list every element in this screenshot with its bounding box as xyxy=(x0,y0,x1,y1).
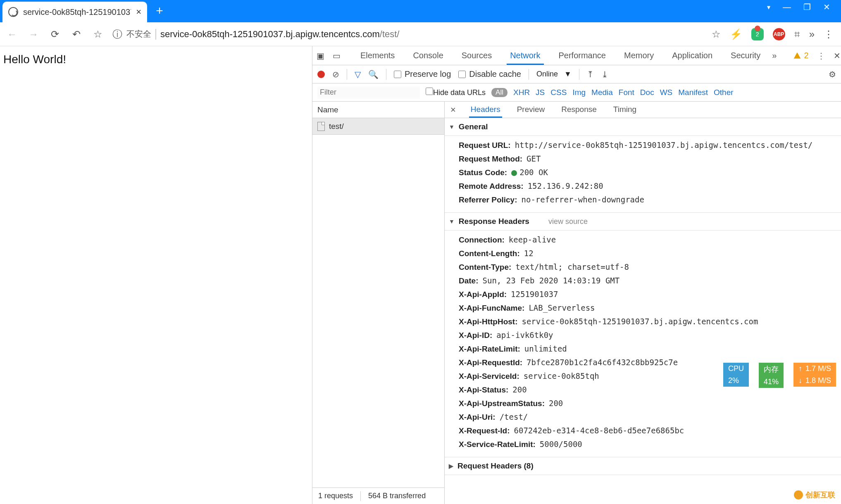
omnibox[interactable]: ⓘ 不安全 service-0ok85tqh-1251901037.bj.api… xyxy=(112,25,704,43)
section-general[interactable]: ▼General xyxy=(445,118,841,136)
header-value: 200 xyxy=(549,399,563,408)
name-column-header[interactable]: Name xyxy=(312,102,444,118)
header-key: X-Api-HttpHost: xyxy=(459,317,517,326)
kebab-menu-icon[interactable]: ⋮ xyxy=(824,29,834,40)
request-detail: × HeadersPreviewResponseTiming ▼GeneralR… xyxy=(445,102,841,504)
new-tab-button[interactable]: + xyxy=(151,2,168,19)
net-down: ↓1.8 M/S xyxy=(793,375,836,387)
request-name: test/ xyxy=(329,122,344,131)
tab-close-icon[interactable]: × xyxy=(136,7,141,17)
url-text: service-0ok85tqh-1251901037.bj.apigw.ten… xyxy=(160,29,399,40)
detail-tab-response[interactable]: Response xyxy=(560,102,598,118)
type-doc[interactable]: Doc xyxy=(640,88,654,97)
request-row[interactable]: test/ xyxy=(312,118,444,135)
panel-tab-elements[interactable]: Elements xyxy=(357,47,398,65)
close-window-icon[interactable]: ✕ xyxy=(823,2,830,12)
section-response-headers[interactable]: ▼Response Headersview source xyxy=(445,213,841,231)
panel-tab-application[interactable]: Application xyxy=(669,47,716,65)
panel-tab-console[interactable]: Console xyxy=(410,47,446,65)
clear-icon[interactable]: ⊘ xyxy=(332,69,339,79)
screenshot-icon[interactable]: ⌗ xyxy=(794,29,800,40)
panel-tab-performance[interactable]: Performance xyxy=(555,47,610,65)
header-row: Request URL:http://service-0ok85tqh-1251… xyxy=(459,138,841,152)
devtools-menu-icon[interactable]: ⋮ xyxy=(817,51,825,61)
settings-gear-icon[interactable]: ⚙ xyxy=(829,69,836,79)
header-key: X-Api-FuncName: xyxy=(459,304,524,313)
back-icon[interactable]: ← xyxy=(5,27,19,41)
insecure-label: 不安全 xyxy=(126,29,151,40)
devtools-close-icon[interactable]: ✕ xyxy=(834,51,841,61)
upload-har-icon[interactable]: ⤒ xyxy=(587,69,594,79)
warning-badge[interactable]: 2 xyxy=(793,51,808,60)
header-key: X-Api-AppId: xyxy=(459,290,507,299)
url-host: service-0ok85tqh-1251901037.bj.apigw.ten… xyxy=(160,29,380,39)
type-manifest[interactable]: Manifest xyxy=(678,88,708,97)
net-up: ↑1.7 M/S xyxy=(793,363,836,375)
info-icon[interactable]: ⓘ xyxy=(112,28,122,41)
inspect-element-icon[interactable]: ▣ xyxy=(317,51,324,61)
extension-badge[interactable]: 2 xyxy=(751,28,764,40)
type-xhr[interactable]: XHR xyxy=(513,88,530,97)
browser-tab[interactable]: service-0ok85tqh-1251901037 × xyxy=(2,2,147,22)
header-key: Status Code: xyxy=(459,168,507,177)
type-js[interactable]: JS xyxy=(536,88,545,97)
abp-extension-icon[interactable]: ABP xyxy=(773,28,785,40)
header-key: Content-Type: xyxy=(459,263,511,272)
more-panels-icon[interactable]: » xyxy=(772,51,777,60)
header-value: GET xyxy=(527,154,541,163)
header-key: X-Api-ID: xyxy=(459,331,492,340)
header-value: 12 xyxy=(524,249,534,258)
minimize-icon[interactable]: — xyxy=(783,2,791,12)
filter-funnel-icon[interactable]: ▽ xyxy=(355,69,361,79)
lightning-icon[interactable]: ⚡ xyxy=(730,29,742,40)
type-css[interactable]: CSS xyxy=(550,88,567,97)
panel-tab-sources[interactable]: Sources xyxy=(458,47,495,65)
type-media[interactable]: Media xyxy=(591,88,613,97)
preserve-log-checkbox[interactable]: Preserve log xyxy=(394,69,451,79)
bookmark-star-icon[interactable]: ☆ xyxy=(91,27,105,41)
watermark: 创新互联 xyxy=(794,490,835,500)
device-toggle-icon[interactable]: ▭ xyxy=(333,51,341,61)
devtools-tabs: ▣ ▭ ElementsConsoleSourcesNetworkPerform… xyxy=(312,46,841,65)
forward-icon[interactable]: → xyxy=(26,27,41,41)
header-value: service-0ok85tqh xyxy=(524,371,599,380)
header-key: X-Service-RateLimit: xyxy=(459,440,536,449)
detail-tab-timing[interactable]: Timing xyxy=(612,102,638,118)
maximize-icon[interactable]: ❐ xyxy=(803,2,811,12)
header-value: keep-alive xyxy=(509,235,556,244)
type-other[interactable]: Other xyxy=(714,88,734,97)
header-row: X-Service-RateLimit:5000/5000 xyxy=(459,437,841,451)
chevron-down-icon[interactable]: ▾ xyxy=(767,3,770,11)
detail-tab-headers[interactable]: Headers xyxy=(469,102,502,118)
record-icon[interactable] xyxy=(317,71,325,78)
header-value: 607242eb-e314-4ce8-8eb6-d5ee7e6865bc xyxy=(514,426,684,435)
warning-count: 2 xyxy=(804,51,808,60)
header-value: 1251901037 xyxy=(511,290,558,299)
section-request-headers-8-[interactable]: ▶Request Headers (8) xyxy=(445,457,841,475)
detail-close-icon[interactable]: × xyxy=(448,105,458,115)
search-icon[interactable]: 🔍 xyxy=(368,69,379,79)
panel-tab-security[interactable]: Security xyxy=(727,47,764,65)
disable-cache-checkbox[interactable]: Disable cache xyxy=(458,69,521,79)
hide-data-urls-checkbox[interactable]: Hide data URLs xyxy=(426,88,486,97)
type-font[interactable]: Font xyxy=(619,88,634,97)
type-all-pill[interactable]: All xyxy=(491,88,507,97)
header-row: Date:Sun, 23 Feb 2020 14:03:19 GMT xyxy=(459,274,841,288)
header-value: 5000/5000 xyxy=(540,440,582,449)
undo-icon[interactable]: ↶ xyxy=(69,27,83,41)
type-ws[interactable]: WS xyxy=(660,88,673,97)
bookmark-page-icon[interactable]: ☆ xyxy=(712,29,721,40)
panel-tab-memory[interactable]: Memory xyxy=(621,47,657,65)
filter-input[interactable] xyxy=(317,86,420,99)
header-value: service-0ok85tqh-1251901037.bj.apigw.ten… xyxy=(522,317,758,326)
detail-tab-preview[interactable]: Preview xyxy=(515,102,547,118)
view-source-link[interactable]: view source xyxy=(548,217,588,226)
panel-tab-network[interactable]: Network xyxy=(507,47,543,65)
header-key: X-Request-Id: xyxy=(459,426,510,435)
reload-icon[interactable]: ⟳ xyxy=(48,27,62,41)
type-img[interactable]: Img xyxy=(572,88,586,97)
double-chevron-down-icon[interactable]: » xyxy=(809,29,815,40)
header-row: Content-Type:text/html; charset=utf-8 xyxy=(459,260,841,274)
throttle-select[interactable]: Online ▼ xyxy=(536,70,572,78)
download-har-icon[interactable]: ⤓ xyxy=(601,69,608,79)
